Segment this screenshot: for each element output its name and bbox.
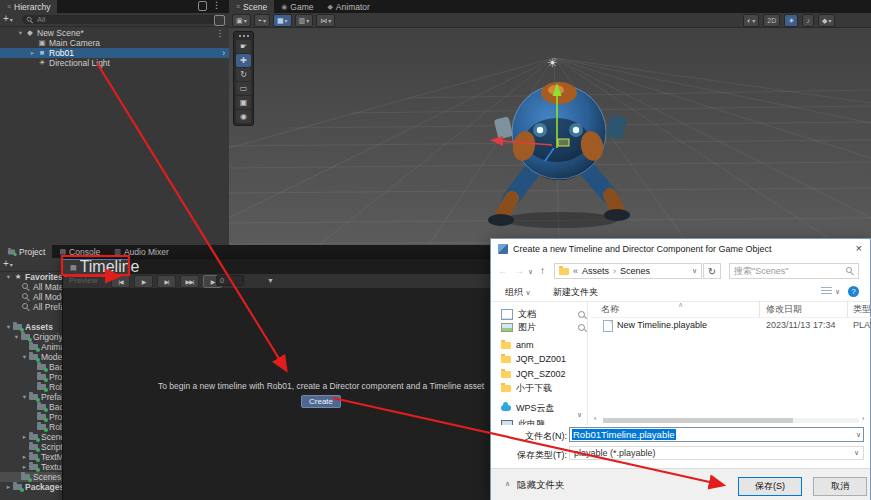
expand-arrow-icon[interactable]: ▸ — [28, 49, 37, 57]
tab-label: Console — [69, 247, 100, 257]
create-timeline-button[interactable]: Create — [301, 395, 341, 408]
expand-arrow-icon[interactable]: ▾ — [16, 29, 25, 37]
column-type[interactable]: 类型 — [853, 303, 871, 316]
hierarchy-item-main-camera[interactable]: ▣Main Camera — [0, 38, 229, 48]
filename-dropdown-icon[interactable]: ∨ — [856, 431, 861, 439]
expand-arrow-icon[interactable]: ▾ — [20, 393, 29, 401]
preview-toggle[interactable]: Preview — [69, 276, 97, 285]
hierarchy-item-rob01[interactable]: ▸■Rob01› — [0, 48, 229, 58]
dialog-search-placeholder: 搜索"Scenes" — [734, 265, 788, 278]
add-gameobject-button[interactable]: +▾ — [3, 13, 13, 24]
refresh-button[interactable]: ↻ — [703, 263, 721, 279]
sidebar-item-wps[interactable]: WPS云盘 — [501, 402, 585, 414]
hierarchy-menu-icon[interactable]: ⋮ — [212, 0, 221, 10]
tab-hierarchy[interactable]: ≡ Hierarchy — [0, 0, 57, 13]
folder-icon — [13, 324, 22, 330]
sidebar-item-jqr-sz002[interactable]: JQR_SZ002 — [501, 368, 585, 380]
hscroll-thumb[interactable] — [603, 418, 793, 423]
step-forward-button[interactable]: ▶| — [157, 275, 176, 288]
hierarchy-search-input[interactable]: All — [22, 15, 216, 24]
save-type-select[interactable]: playable (*.playable) ∨ — [569, 446, 864, 460]
file-list-header: 名称 ∧ 修改日期 类型 — [591, 301, 871, 318]
rotate-tool[interactable]: ↻ — [236, 68, 251, 81]
tab-game[interactable]: ◉Game — [274, 0, 320, 13]
move-gizmo[interactable] — [468, 48, 653, 233]
tab-project[interactable]: Project — [0, 245, 52, 258]
expand-arrow-icon[interactable]: ▸ — [20, 433, 29, 441]
hand-tool[interactable]: ☛ — [236, 40, 251, 53]
expand-arrow-icon[interactable]: ▾ — [4, 323, 13, 331]
sidebar-item-item[interactable]: 文档 — [501, 308, 585, 320]
shading-mode-button[interactable]: ◐▾ — [743, 14, 759, 27]
scene-tab-icon: ≡ — [236, 3, 240, 10]
view-mode-dropdown-icon[interactable]: ∨ — [835, 288, 840, 296]
lock-icon[interactable] — [198, 1, 207, 11]
sidebar-item-item[interactable]: 小于下载 — [501, 382, 585, 394]
scale-tool[interactable]: ▭ — [236, 82, 251, 95]
hscroll-right-icon[interactable]: › — [862, 415, 864, 422]
rect-tool[interactable]: ▣ — [236, 96, 251, 109]
grid-snapping-button[interactable]: ▦▾ — [273, 14, 292, 27]
save-button[interactable]: 保存(S) — [738, 477, 802, 496]
pivot-mode-button[interactable]: ▣▾ — [232, 14, 251, 27]
dialog-search-input[interactable]: 搜索"Scenes" — [729, 263, 859, 279]
tab-timeline[interactable]: ▤ Timeline — [63, 259, 129, 274]
expand-arrow-icon[interactable]: ▸ — [20, 463, 29, 471]
hierarchy-filter-icon[interactable] — [214, 15, 225, 26]
scene-lighting-button[interactable]: ☀ — [784, 14, 798, 27]
view-mode-icon[interactable] — [821, 287, 832, 296]
item-menu-icon[interactable]: ⋮ — [216, 28, 225, 38]
column-sort-icon[interactable]: ∧ — [678, 301, 683, 309]
help-icon[interactable]: ? — [848, 286, 859, 297]
expand-arrow-icon[interactable]: ▾ — [20, 353, 29, 361]
sidebar-scroll-down-icon[interactable]: ∨ — [577, 411, 582, 419]
frame-field[interactable]: 0 — [216, 275, 244, 286]
sidebar-item-jqr-dz001[interactable]: JQR_DZ001 — [501, 353, 585, 365]
hide-folders-collapse-icon[interactable]: ∧ — [505, 480, 510, 488]
filename-input[interactable]: Rob01Timeline.playable ∨ — [569, 427, 864, 442]
sidebar-item-item[interactable]: 图片 — [501, 321, 585, 333]
expand-arrow-icon[interactable]: ▾ — [4, 273, 13, 281]
save-type-label: 保存类型(T): — [495, 449, 567, 462]
snap-settings-button[interactable]: ⋈▾ — [316, 14, 335, 27]
effects-button[interactable]: ◆▾ — [818, 14, 835, 27]
expand-arrow-icon[interactable]: ▸ — [4, 483, 13, 491]
breadcrumb-segment-scenes[interactable]: Scenes — [620, 266, 650, 276]
add-asset-button[interactable]: +▾ — [3, 258, 13, 269]
snap-increment-button[interactable]: ▥▾ — [295, 14, 314, 27]
expand-arrow-icon[interactable]: ▸ — [20, 453, 29, 461]
hide-folders-button[interactable]: 隐藏文件夹 — [517, 479, 565, 492]
play-button[interactable]: ▶ — [134, 275, 153, 288]
cancel-button[interactable]: 取消 — [813, 477, 867, 496]
save-file-dialog: Create a new Timeline and Director Compo… — [490, 238, 871, 500]
hierarchy-item-directional-light[interactable]: ☀Directional Light — [0, 58, 229, 68]
scene-viewport[interactable]: ☀ — [229, 28, 871, 245]
column-name[interactable]: 名称 — [601, 303, 619, 316]
sidebar-item-anm[interactable]: anm — [501, 339, 585, 351]
save-type-dropdown-icon[interactable]: ∨ — [854, 449, 859, 457]
move-tool[interactable]: ✚ — [236, 54, 251, 67]
file-row-new-timeline-playable[interactable]: New Timeline.playable2023/11/13 17:34PLA… — [591, 319, 871, 333]
palette-drag-handle[interactable] — [238, 34, 250, 38]
tab-console[interactable]: ▤Console — [52, 245, 107, 258]
2d-toggle-button[interactable]: 2D — [763, 14, 780, 27]
scene-view-panel: ≡Scene◉Game◆Animator ▣▾◓▾▦▾▥▾⋈▾ ◐▾2D☀♪◆▾… — [229, 0, 871, 245]
expand-arrow-icon[interactable]: ▾ — [12, 333, 21, 341]
breadcrumb-dropdown-icon[interactable]: ∨ — [692, 267, 697, 275]
column-date[interactable]: 修改日期 — [766, 303, 802, 316]
transform-tool[interactable]: ◉ — [236, 110, 251, 123]
hscroll-track[interactable] — [603, 418, 859, 423]
tab-scene[interactable]: ≡Scene — [229, 0, 274, 13]
go-to-start-button[interactable]: |◀ — [111, 275, 130, 288]
pivot-rotation-button[interactable]: ◓▾ — [254, 14, 270, 27]
hierarchy-item-new-scene[interactable]: ▾◆New Scene*⋮ — [0, 28, 229, 38]
tab-animator[interactable]: ◆Animator — [320, 0, 376, 13]
document-icon — [501, 309, 513, 320]
dialog-close-button[interactable]: × — [856, 242, 862, 254]
tab-audio-mixer[interactable]: ▥Audio Mixer — [107, 245, 176, 258]
timeline-options-dropdown-icon[interactable]: ▼ — [267, 277, 274, 284]
scene-audio-button[interactable]: ♪ — [802, 14, 814, 27]
go-to-end-button[interactable]: ▶▶| — [180, 275, 199, 288]
hamburger-icon: ≡ — [7, 3, 11, 10]
hscroll-left-icon[interactable]: ‹ — [594, 415, 596, 422]
